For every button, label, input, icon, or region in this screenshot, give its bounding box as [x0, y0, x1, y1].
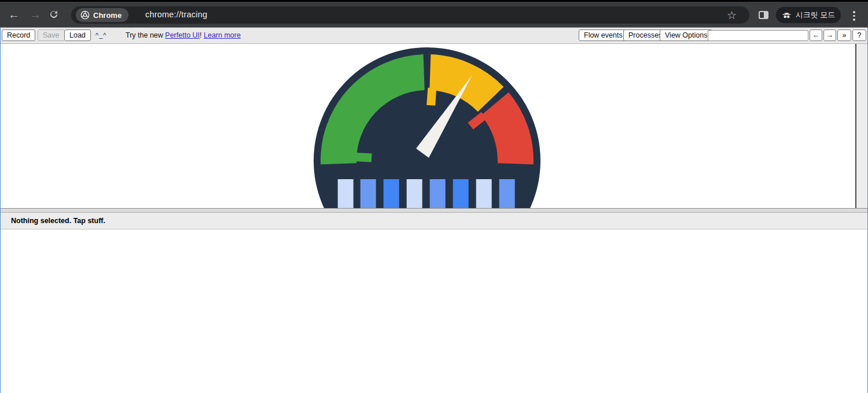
- status-text: Nothing selected. Tap stuff.: [11, 217, 105, 225]
- browser-toolbar: ← → Chrome chrome://tracing ☆: [0, 0, 868, 27]
- analysis-view-empty: [1, 229, 867, 393]
- incognito-badge: 시크릿 모드: [776, 7, 841, 23]
- timeline-scrollbar-gutter[interactable]: [855, 44, 867, 208]
- site-chip[interactable]: Chrome: [76, 8, 128, 22]
- bookmark-star-icon[interactable]: ☆: [727, 9, 737, 22]
- browser-reload-icon[interactable]: [49, 9, 59, 21]
- tracing-app: Record Save Load ^_^ Try the new Perfett…: [0, 27, 868, 393]
- analysis-status-bar: Nothing selected. Tap stuff.: [1, 213, 867, 229]
- url-text[interactable]: chrome://tracing: [145, 10, 207, 19]
- flow-events-button[interactable]: Flow events: [579, 29, 628, 41]
- metadata-face-button[interactable]: ^_^: [95, 32, 106, 39]
- record-button[interactable]: Record: [2, 29, 35, 41]
- browser-menu-icon[interactable]: [853, 11, 855, 21]
- site-chip-label: Chrome: [93, 11, 122, 20]
- incognito-label: 시크릿 모드: [796, 10, 836, 20]
- load-button[interactable]: Load: [64, 29, 91, 41]
- timeline-view[interactable]: Try the new Perfetto UI! Learn more.: [1, 44, 867, 208]
- zoom-in-button[interactable]: →: [823, 29, 836, 41]
- learn-more-link[interactable]: Learn more: [204, 31, 241, 39]
- browser-back-icon[interactable]: ←: [8, 9, 20, 20]
- collapse-button[interactable]: »: [837, 29, 851, 41]
- side-panel-icon-fill: [764, 12, 767, 18]
- tracing-logo: [311, 45, 543, 208]
- view-options-button[interactable]: View Options: [660, 29, 712, 41]
- help-button[interactable]: ?: [852, 29, 866, 41]
- promo-bang: !: [200, 31, 204, 39]
- save-button: Save: [38, 29, 65, 41]
- browser-forward-icon: →: [30, 9, 41, 20]
- timeline-search-input[interactable]: [708, 30, 808, 41]
- omnibox[interactable]: Chrome chrome://tracing ☆: [71, 6, 749, 24]
- zoom-out-button[interactable]: ←: [810, 29, 822, 41]
- trace-toolbar: Record Save Load ^_^ Try the new Perfett…: [1, 28, 867, 44]
- chrome-logo-icon: [80, 10, 90, 20]
- toolbar-perfetto-promo: Try the new Perfetto UI! Learn more: [126, 31, 241, 39]
- analysis-splitter-handle[interactable]: [1, 208, 867, 213]
- promo-prefix: Try the new: [126, 31, 165, 39]
- perfetto-ui-link[interactable]: Perfetto UI: [165, 31, 200, 39]
- side-panel-icon[interactable]: [759, 11, 768, 19]
- incognito-icon: [782, 10, 792, 20]
